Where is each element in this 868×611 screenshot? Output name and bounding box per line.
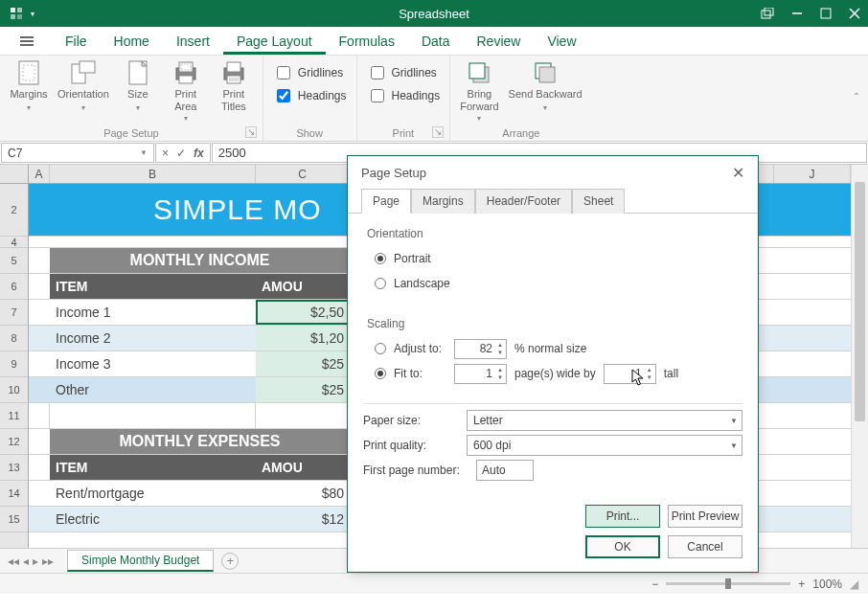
- tab-nav-first-icon[interactable]: ◂◂: [8, 554, 19, 568]
- print-area-button[interactable]: Print Area▾: [167, 59, 205, 123]
- minimize-icon[interactable]: [791, 8, 803, 19]
- paper-size-combo[interactable]: Letter▼: [467, 410, 742, 431]
- svg-rect-1: [17, 8, 22, 12]
- status-bar: − + 100% ◢: [0, 573, 868, 594]
- bring-forward-button[interactable]: Bring Forward▾: [460, 59, 498, 123]
- cancel-edit-icon[interactable]: ×: [162, 147, 169, 160]
- print-gridlines-check[interactable]: Gridlines: [367, 63, 437, 82]
- svg-rect-21: [227, 76, 240, 83]
- dlg-tab-page[interactable]: Page: [361, 189, 411, 214]
- dlg-tab-headerfooter[interactable]: Header/Footer: [475, 189, 572, 214]
- page-setup-launcher-icon[interactable]: ↘: [245, 126, 257, 138]
- fx-icon[interactable]: fx: [194, 147, 204, 160]
- statusbar-resize-icon[interactable]: ◢: [850, 577, 858, 591]
- show-headings-check[interactable]: Headings: [273, 86, 347, 105]
- page-setup-dialog: Page Setup ✕ Page Margins Header/Footer …: [347, 155, 759, 573]
- group-page-setup: Page Setup↘: [10, 125, 253, 139]
- send-backward-button[interactable]: Send Backward▾: [509, 59, 582, 112]
- dialog-title: Page Setup: [361, 166, 426, 180]
- ribbon: Margins▾ Orientation▾ Size▾ Print Area▾ …: [0, 56, 868, 142]
- section-income: MONTHLY INCOME: [50, 248, 350, 273]
- svg-rect-2: [11, 14, 15, 19]
- svg-rect-27: [539, 67, 555, 82]
- tab-insert[interactable]: Insert: [163, 28, 223, 55]
- app-icon[interactable]: [8, 5, 25, 22]
- print-launcher-icon[interactable]: ↘: [432, 126, 444, 138]
- tab-home[interactable]: Home: [101, 28, 163, 55]
- select-all-corner[interactable]: [0, 165, 29, 183]
- tab-data[interactable]: Data: [408, 28, 464, 55]
- dlg-tab-margins[interactable]: Margins: [411, 189, 475, 214]
- print-preview-button[interactable]: Print Preview: [668, 505, 742, 528]
- restore-down-icon[interactable]: [761, 8, 774, 19]
- confirm-edit-icon[interactable]: ✓: [176, 147, 186, 160]
- print-button[interactable]: Print...: [585, 505, 660, 528]
- show-gridlines-check[interactable]: Gridlines: [273, 63, 343, 82]
- group-print: Print↘: [367, 125, 441, 139]
- print-headings-check[interactable]: Headings: [367, 86, 441, 105]
- section-expenses: MONTHLY EXPENSES: [50, 429, 350, 454]
- ok-button[interactable]: OK: [585, 535, 660, 558]
- svg-rect-13: [80, 61, 95, 73]
- tab-nav-next-icon[interactable]: ▸: [33, 554, 38, 568]
- tab-formulas[interactable]: Formulas: [326, 28, 408, 55]
- scaling-legend: Scaling: [367, 317, 731, 330]
- tab-page-layout[interactable]: Page Layout: [223, 28, 326, 55]
- orientation-legend: Orientation: [367, 227, 731, 240]
- row-headers[interactable]: 2 4 56 78 910 1112 1314 15: [0, 184, 29, 548]
- zoom-level[interactable]: 100%: [812, 577, 842, 591]
- close-icon[interactable]: [849, 8, 860, 19]
- svg-rect-5: [765, 8, 773, 15]
- svg-rect-25: [469, 63, 485, 79]
- svg-rect-20: [227, 62, 240, 72]
- dialog-close-icon[interactable]: ✕: [732, 164, 744, 182]
- active-cell[interactable]: $2,50: [256, 300, 350, 325]
- col-A[interactable]: A: [29, 165, 50, 183]
- size-button[interactable]: Size▾: [119, 59, 157, 112]
- title-bar: ▾ Spreadsheet: [0, 0, 868, 27]
- fit-tall-spinner[interactable]: 1▲▼: [604, 364, 656, 384]
- sheet-tab[interactable]: Simple Monthly Budget: [67, 550, 214, 572]
- group-arrange: Arrange: [460, 125, 582, 139]
- tab-nav-last-icon[interactable]: ▸▸: [42, 554, 54, 568]
- radio-landscape[interactable]: Landscape: [375, 271, 731, 296]
- print-quality-combo[interactable]: 600 dpi▼: [467, 435, 742, 456]
- radio-adjust-to[interactable]: [375, 343, 386, 354]
- group-show: Show: [273, 125, 347, 139]
- zoom-out-button[interactable]: −: [651, 577, 658, 591]
- margins-button[interactable]: Margins▾: [10, 59, 48, 112]
- adjust-to-spinner[interactable]: 82▲▼: [454, 339, 507, 359]
- tab-file[interactable]: File: [52, 28, 101, 55]
- tab-nav-prev-icon[interactable]: ◂: [23, 554, 29, 568]
- name-box[interactable]: C7▼: [1, 143, 154, 163]
- radio-portrait[interactable]: Portrait: [375, 246, 731, 271]
- qat-chevron-icon[interactable]: ▾: [31, 10, 34, 18]
- svg-rect-4: [762, 11, 770, 18]
- svg-rect-3: [17, 14, 22, 19]
- tab-review[interactable]: Review: [464, 28, 535, 55]
- cancel-button[interactable]: Cancel: [668, 535, 742, 558]
- zoom-in-button[interactable]: +: [798, 577, 805, 591]
- maximize-icon[interactable]: [820, 8, 832, 19]
- menu-bar: File Home Insert Page Layout Formulas Da…: [0, 27, 868, 56]
- col-B[interactable]: B: [50, 165, 256, 183]
- orientation-button[interactable]: Orientation▾: [57, 59, 109, 112]
- ribbon-collapse-icon[interactable]: ˆ: [845, 87, 868, 109]
- zoom-slider[interactable]: [666, 582, 790, 585]
- first-page-input[interactable]: Auto: [476, 460, 534, 481]
- col-C[interactable]: C: [256, 165, 350, 183]
- vertical-scrollbar[interactable]: [851, 165, 868, 548]
- system-menu-icon[interactable]: [11, 27, 42, 55]
- col-J[interactable]: J: [774, 165, 851, 183]
- dlg-tab-sheet[interactable]: Sheet: [572, 189, 625, 214]
- add-sheet-button[interactable]: +: [221, 553, 239, 570]
- svg-rect-7: [821, 9, 831, 18]
- fit-wide-spinner[interactable]: 1▲▼: [454, 364, 507, 384]
- print-titles-button[interactable]: Print Titles: [215, 59, 253, 112]
- radio-fit-to[interactable]: [375, 368, 386, 379]
- svg-rect-0: [11, 8, 15, 12]
- app-title: Spreadsheet: [0, 7, 868, 21]
- tab-view[interactable]: View: [534, 28, 589, 55]
- svg-rect-17: [179, 76, 193, 83]
